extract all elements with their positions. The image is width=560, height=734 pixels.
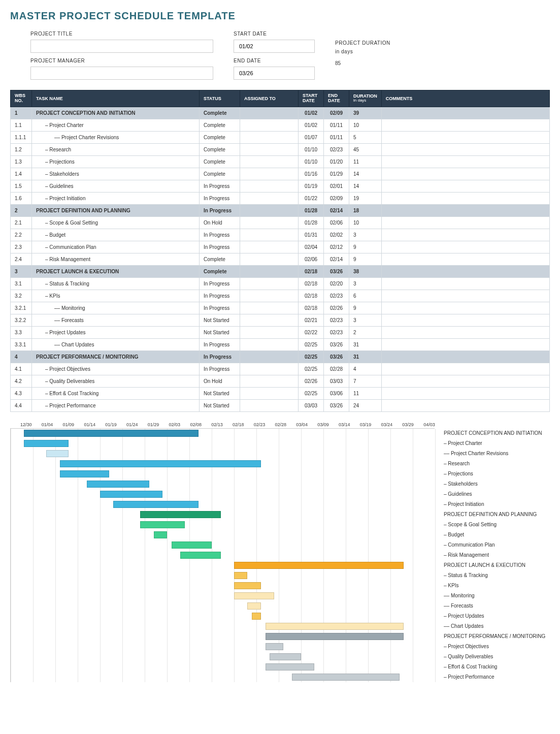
cell-end: 02/26 [324,302,349,314]
cell-comments[interactable] [381,265,549,277]
cell-comments[interactable] [381,155,549,168]
cell-comments[interactable] [381,131,549,143]
cell-comments[interactable] [381,192,549,204]
cell-duration: 19 [349,192,382,204]
end-date-input[interactable] [234,67,315,80]
col-task: TASK NAME [32,90,200,107]
cell-assigned[interactable] [240,180,299,192]
cell-status[interactable]: Not Started [200,326,240,338]
cell-comments[interactable] [381,326,549,338]
cell-assigned[interactable] [240,399,299,411]
cell-status[interactable]: Complete [200,265,240,277]
cell-assigned[interactable] [240,363,299,375]
cell-assigned[interactable] [240,350,299,363]
cell-status[interactable]: In Progress [200,290,240,302]
cell-status[interactable]: In Progress [200,277,240,290]
cell-assigned[interactable] [240,338,299,350]
cell-assigned[interactable] [240,326,299,338]
gantt-legend-item: PROJECT PERFORMANCE / MONITORING [444,631,545,642]
cell-status[interactable]: Complete [200,253,240,265]
cell-status[interactable]: In Progress [200,229,240,241]
start-date-label: START DATE [234,31,315,37]
cell-start: 01/16 [299,168,324,180]
table-row: 4.3– Effort & Cost TrackingNot Started02… [11,387,550,399]
cell-status[interactable]: In Progress [200,204,240,216]
cell-assigned[interactable] [240,265,299,277]
col-wbs: WBS NO. [11,90,32,107]
cell-assigned[interactable] [240,241,299,253]
cell-status[interactable]: Not Started [200,387,240,399]
cell-assigned[interactable] [240,192,299,204]
cell-start: 01/02 [299,119,324,131]
cell-status[interactable]: In Progress [200,241,240,253]
cell-status[interactable]: Complete [200,131,240,143]
cell-comments[interactable] [381,241,549,253]
cell-comments[interactable] [381,253,549,265]
cell-status[interactable]: In Progress [200,302,240,314]
cell-assigned[interactable] [240,253,299,265]
cell-comments[interactable] [381,363,549,375]
cell-status[interactable]: Not Started [200,314,240,326]
cell-comments[interactable] [381,387,549,399]
cell-assigned[interactable] [240,204,299,216]
cell-comments[interactable] [381,216,549,229]
cell-comments[interactable] [381,314,549,326]
cell-comments[interactable] [381,277,549,290]
col-start: START DATE [299,90,324,107]
cell-comments[interactable] [381,338,549,350]
cell-comments[interactable] [381,302,549,314]
cell-start: 02/18 [299,277,324,290]
cell-comments[interactable] [381,399,549,411]
cell-assigned[interactable] [240,277,299,290]
cell-assigned[interactable] [240,387,299,399]
cell-status[interactable]: In Progress [200,180,240,192]
cell-assigned[interactable] [240,107,299,119]
cell-assigned[interactable] [240,119,299,131]
cell-assigned[interactable] [240,155,299,168]
cell-start: 01/07 [299,131,324,143]
cell-assigned[interactable] [240,302,299,314]
table-row: 2PROJECT DEFINITION AND PLANNINGIn Progr… [11,204,550,216]
cell-comments[interactable] [381,375,549,387]
cell-status[interactable]: In Progress [200,192,240,204]
cell-assigned[interactable] [240,314,299,326]
task-table: WBS NO. TASK NAME STATUS ASSIGNED TO STA… [10,90,550,412]
cell-assigned[interactable] [240,168,299,180]
cell-status[interactable]: In Progress [200,363,240,375]
cell-comments[interactable] [381,229,549,241]
cell-status[interactable]: On Hold [200,216,240,229]
project-title-input[interactable] [30,40,213,53]
cell-comments[interactable] [381,168,549,180]
cell-status[interactable]: Complete [200,119,240,131]
gantt-legend-item: – Project Charter [444,438,545,449]
cell-start: 02/18 [299,265,324,277]
cell-status[interactable]: Complete [200,168,240,180]
cell-assigned[interactable] [240,143,299,155]
cell-assigned[interactable] [240,229,299,241]
cell-status[interactable]: In Progress [200,338,240,350]
cell-wbs: 4.4 [11,399,32,411]
cell-status[interactable]: On Hold [200,375,240,387]
cell-status[interactable]: Not Started [200,399,240,411]
cell-status[interactable]: Complete [200,107,240,119]
cell-status[interactable]: In Progress [200,350,240,363]
cell-assigned[interactable] [240,375,299,387]
cell-start: 01/19 [299,180,324,192]
cell-assigned[interactable] [240,131,299,143]
cell-comments[interactable] [381,350,549,363]
cell-comments[interactable] [381,107,549,119]
cell-comments[interactable] [381,143,549,155]
cell-assigned[interactable] [240,216,299,229]
cell-comments[interactable] [381,119,549,131]
cell-comments[interactable] [381,204,549,216]
project-manager-input[interactable] [30,67,213,80]
table-row: 2.3– Communication PlanIn Progress02/040… [11,241,550,253]
cell-task: – Projections [32,155,200,168]
cell-comments[interactable] [381,180,549,192]
cell-status[interactable]: Complete [200,143,240,155]
cell-wbs: 4.1 [11,363,32,375]
cell-assigned[interactable] [240,290,299,302]
start-date-input[interactable] [234,40,315,53]
cell-status[interactable]: Complete [200,155,240,168]
cell-comments[interactable] [381,290,549,302]
